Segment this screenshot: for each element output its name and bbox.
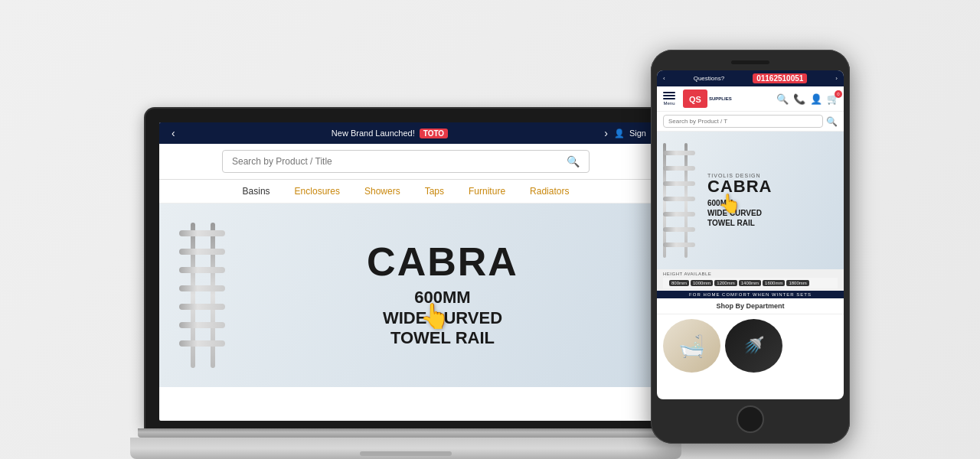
for-home-text: FOR HOME COMFORT WHEN WINTER SETS <box>657 291 844 298</box>
heights-label: HEIGHT AVAILABLE <box>663 272 838 276</box>
qs-logo-text: SUPPLIES <box>709 96 732 102</box>
laptop-base <box>130 438 681 459</box>
phone-questions-text: Questions? <box>694 75 724 82</box>
vanity-icon: 🚿 <box>743 336 764 356</box>
menu-line-1 <box>663 92 675 93</box>
phone-subtitle-1: 600MM <box>707 199 733 207</box>
announcement-text: New Brand Launched! <box>332 129 415 138</box>
phone-search-btn[interactable]: 🔍 <box>826 116 838 127</box>
rail-rung-5 <box>179 304 225 310</box>
heights-tags: 800mm 1000mm 1200mm 1400mm 1600mm 1800mm <box>663 278 838 288</box>
phone-hero-subtitle: 600MM WIDE CURVED TOWEL RAIL <box>707 198 835 228</box>
dept-tile-bath[interactable]: 🛁 <box>663 319 720 373</box>
search-input[interactable] <box>232 156 567 167</box>
shop-by-dept-heading: Shop By Department <box>657 298 844 314</box>
heights-section: HEIGHT AVAILABLE 800mm 1000mm 1200mm 140… <box>657 269 844 291</box>
rail-rung-2 <box>179 249 225 255</box>
topbar-announcement: New Brand Launched! TOTO <box>181 129 599 138</box>
nav-basins[interactable]: Basins <box>243 186 270 197</box>
laptop-hinge <box>138 428 674 438</box>
nav-enclosures[interactable]: Enclosures <box>295 186 340 197</box>
brand-badge[interactable]: TOTO <box>420 129 448 138</box>
phone-hero-title: CABRA <box>707 178 835 195</box>
dept-tiles-row: 🛁 🚿 <box>657 314 844 377</box>
nav-taps[interactable]: Taps <box>425 186 444 197</box>
laptop-topbar: ‹ New Brand Launched! TOTO › 👤 Sign <box>159 122 652 144</box>
laptop-hero-banner: CABRA 600MM WIDE CURVED TOWEL RAIL 👆 <box>159 203 652 387</box>
laptop-screen: ‹ New Brand Launched! TOTO › 👤 Sign <box>159 122 652 421</box>
phone-screen: ‹ Questions? 01162510051 › Menu <box>657 70 844 399</box>
phone-nav-bar: Menu QS SUPPLIES 🔍 <box>657 86 844 112</box>
laptop-device: ‹ New Brand Launched! TOTO › 👤 Sign <box>130 109 681 459</box>
phone-rung-4 <box>663 197 695 201</box>
phone-hero-text: TIVOLIS DESIGN CABRA 600MM WIDE CURVED T… <box>698 164 844 237</box>
rail-rung-1 <box>179 230 225 236</box>
phone-website: ‹ Questions? 01162510051 › Menu <box>657 70 844 399</box>
phone-home-button[interactable] <box>737 405 764 433</box>
phone-rung-7 <box>663 243 695 247</box>
phone-body: ‹ Questions? 01162510051 › Menu <box>651 50 850 444</box>
menu-line-2 <box>663 95 675 96</box>
hero-brand-name: CABRA <box>248 242 637 282</box>
height-1600: 1600mm <box>763 280 785 286</box>
menu-line-3 <box>663 98 675 99</box>
laptop-search-area: 🔍 <box>159 144 652 180</box>
qs-logo: QS SUPPLIES <box>683 90 732 108</box>
phone-hero-banner: TIVOLIS DESIGN CABRA 600MM WIDE CURVED T… <box>657 132 844 269</box>
hero-text-block: CABRA 600MM WIDE CURVED TOWEL RAIL <box>233 226 652 363</box>
phone-speaker <box>731 60 769 64</box>
user-icon[interactable]: 👤 <box>614 129 625 138</box>
phone-towel-rail <box>657 139 695 262</box>
prev-button[interactable]: ‹ <box>165 127 181 139</box>
rail-rung-6 <box>179 322 225 328</box>
phone-user-icon[interactable]: 👤 <box>810 93 822 105</box>
laptop-website: ‹ New Brand Launched! TOTO › 👤 Sign <box>159 122 652 421</box>
phone-rung-1 <box>663 151 695 155</box>
nav-furniture[interactable]: Furniture <box>469 186 505 197</box>
nav-showers[interactable]: Showers <box>364 186 400 197</box>
sign-in-text[interactable]: Sign <box>629 129 646 138</box>
phone-rung-5 <box>663 212 695 216</box>
phone-number[interactable]: 01162510051 <box>753 73 807 83</box>
height-1200: 1200mm <box>714 280 737 286</box>
nav-radiators[interactable]: Radiators <box>530 186 569 197</box>
hero-product-desc: 600MM WIDE CURVED TOWEL RAIL <box>248 288 637 348</box>
hamburger-menu[interactable]: Menu <box>662 90 677 107</box>
phone-prev-btn[interactable]: ‹ <box>663 75 665 82</box>
next-button[interactable]: › <box>598 127 614 139</box>
search-box[interactable]: 🔍 <box>222 150 590 173</box>
height-1000: 1000mm <box>691 280 713 286</box>
search-icon[interactable]: 🔍 <box>567 155 580 168</box>
dept-tile-vanity[interactable]: 🚿 <box>725 319 782 373</box>
height-1400: 1400mm <box>739 280 761 286</box>
phone-search-input[interactable] <box>663 115 823 128</box>
phone-subtitle-2: WIDE CURVED <box>707 209 762 217</box>
scene: ‹ New Brand Launched! TOTO › 👤 Sign <box>0 0 980 459</box>
height-1800: 1800mm <box>786 280 808 286</box>
phone-call-icon[interactable]: 📞 <box>793 93 805 105</box>
svg-text:QS: QS <box>689 95 701 104</box>
phone-search-icon[interactable]: 🔍 <box>776 93 789 105</box>
phone-topbar: ‹ Questions? 01162510051 › <box>657 70 844 86</box>
phone-next-btn[interactable]: › <box>835 75 838 82</box>
phone-nav-icons: 🔍 📞 👤 🛒 0 <box>776 93 839 105</box>
bath-icon: 🛁 <box>678 334 705 359</box>
towel-rail-illustration <box>172 215 233 376</box>
rail-rung-3 <box>179 267 225 273</box>
laptop-nav: Basins Enclosures Showers Taps Furniture… <box>159 180 652 203</box>
hero-subtitle-line3: TOWEL RAIL <box>390 328 495 347</box>
qs-logo-svg: QS <box>683 90 707 108</box>
rail-rung-7 <box>179 340 225 347</box>
phone-device: ‹ Questions? 01162510051 › Menu <box>651 50 850 444</box>
cart-icon-wrap[interactable]: 🛒 0 <box>827 93 839 105</box>
user-area: 👤 Sign <box>614 129 646 138</box>
phone-rung-6 <box>663 227 695 232</box>
phone-rung-2 <box>663 166 695 171</box>
rail-rung-4 <box>179 285 225 291</box>
menu-label: Menu <box>663 101 675 106</box>
phone-rung-3 <box>663 181 695 186</box>
laptop-bezel: ‹ New Brand Launched! TOTO › 👤 Sign <box>145 109 666 428</box>
hero-subtitle-line2: WIDE CURVED <box>383 308 502 327</box>
phone-subtitle-3: TOWEL RAIL <box>707 219 755 227</box>
hero-subtitle-line1: 600MM <box>414 288 470 307</box>
